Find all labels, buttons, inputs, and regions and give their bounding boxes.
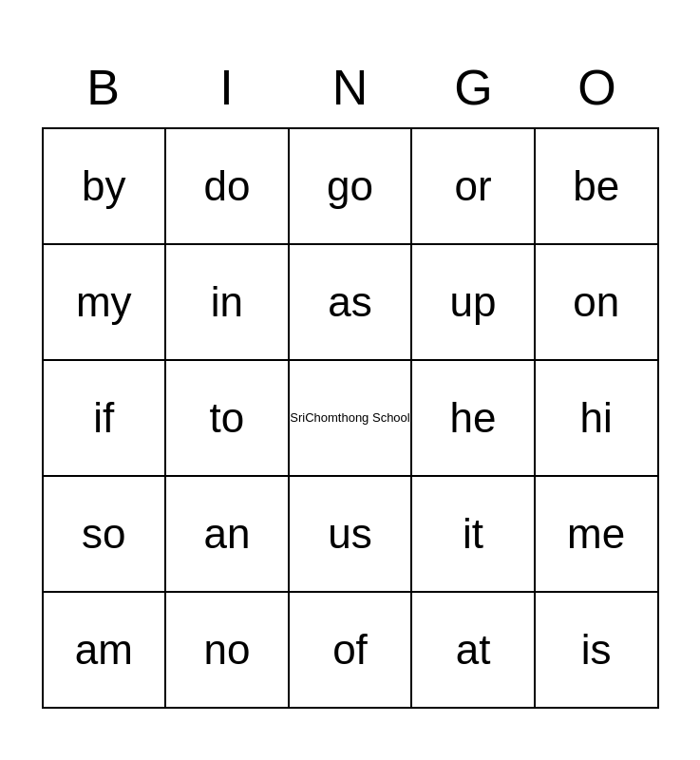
header-o: O xyxy=(536,51,659,124)
cell-r3c1[interactable]: if xyxy=(44,361,167,475)
bingo-row: by do go or be xyxy=(44,129,657,245)
header-i: I xyxy=(165,51,289,124)
bingo-card: B I N G O by do go or be my in as up on … xyxy=(42,51,659,709)
header-g: G xyxy=(412,51,536,124)
cell-r5c2[interactable]: no xyxy=(166,593,290,707)
bingo-row: so an us it me xyxy=(44,477,657,593)
cell-r2c3[interactable]: as xyxy=(290,245,413,359)
bingo-row: my in as up on xyxy=(44,245,657,361)
cell-r4c4[interactable]: it xyxy=(412,477,536,591)
cell-r4c5[interactable]: me xyxy=(536,477,657,591)
cell-r1c4[interactable]: or xyxy=(412,129,536,243)
cell-r1c5[interactable]: be xyxy=(536,129,657,243)
cell-r5c1[interactable]: am xyxy=(44,593,167,707)
bingo-header: B I N G O xyxy=(42,51,659,124)
cell-r5c3[interactable]: of xyxy=(290,593,413,707)
cell-r4c3[interactable]: us xyxy=(290,477,413,591)
cell-r1c1[interactable]: by xyxy=(44,129,167,243)
cell-r4c1[interactable]: so xyxy=(44,477,167,591)
cell-r1c2[interactable]: do xyxy=(166,129,290,243)
cell-r3c4[interactable]: he xyxy=(412,361,536,475)
cell-r2c2[interactable]: in xyxy=(166,245,290,359)
cell-r5c4[interactable]: at xyxy=(412,593,536,707)
cell-r4c2[interactable]: an xyxy=(166,477,290,591)
free-space-cell[interactable]: SriChomthong School xyxy=(290,361,413,475)
bingo-row: if to SriChomthong School he hi xyxy=(44,361,657,477)
cell-r5c5[interactable]: is xyxy=(536,593,657,707)
cell-r2c4[interactable]: up xyxy=(412,245,536,359)
header-b: B xyxy=(42,51,165,124)
cell-r3c2[interactable]: to xyxy=(166,361,290,475)
bingo-grid: by do go or be my in as up on if to SriC… xyxy=(42,127,659,709)
header-n: N xyxy=(289,51,412,124)
cell-r3c5[interactable]: hi xyxy=(536,361,657,475)
cell-r2c1[interactable]: my xyxy=(44,245,167,359)
cell-r2c5[interactable]: on xyxy=(536,245,657,359)
bingo-row: am no of at is xyxy=(44,593,657,707)
cell-r1c3[interactable]: go xyxy=(290,129,413,243)
